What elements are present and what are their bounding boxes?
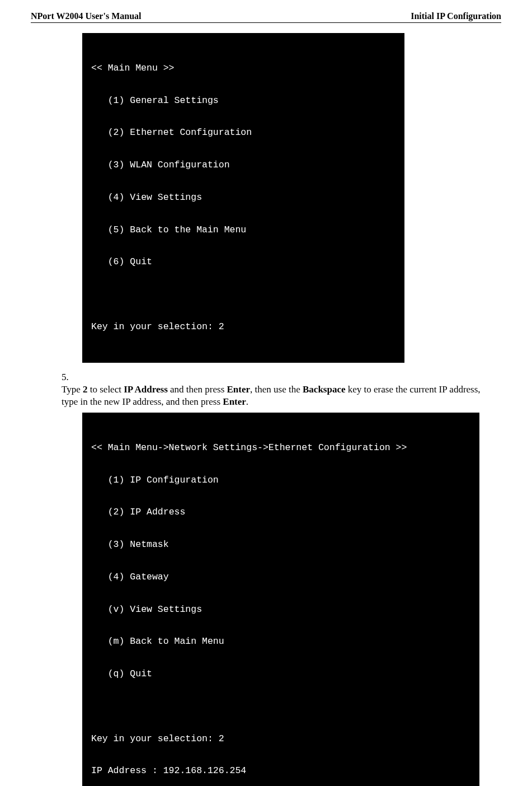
step-5: 5. Type 2 to select IP Address and then … (62, 371, 501, 408)
terminal-prompt: Key in your selection: 2 (91, 731, 479, 747)
terminal-line: << Main Menu >> (91, 60, 404, 77)
step-text: Type 2 to select IP Address and then pre… (62, 383, 492, 408)
page-header: NPort W2004 User's Manual Initial IP Con… (31, 11, 501, 23)
terminal-ethernet-config-1: << Main Menu->Network Settings->Ethernet… (82, 413, 479, 786)
step-number: 5. (62, 371, 84, 383)
terminal-line: (v) View Settings (91, 602, 479, 618)
terminal-line: (5) Back to the Main Menu (91, 222, 404, 238)
terminal-line: (4) View Settings (91, 190, 404, 206)
terminal-line: (2) IP Address (91, 504, 479, 521)
terminal-line: (1) IP Configuration (91, 472, 479, 489)
terminal-line: (6) Quit (91, 254, 404, 270)
terminal-line: (3) Netmask (91, 537, 479, 553)
terminal-line: (4) Gateway (91, 569, 479, 586)
terminal-line: (m) Back to Main Menu (91, 634, 479, 650)
terminal-line: (3) WLAN Configuration (91, 157, 404, 174)
header-right: Initial IP Configuration (411, 11, 501, 21)
terminal-line: << Main Menu->Network Settings->Ethernet… (91, 440, 479, 456)
terminal-main-menu: << Main Menu >> (1) General Settings (2)… (82, 33, 404, 363)
terminal-line: (q) Quit (91, 666, 479, 682)
header-left: NPort W2004 User's Manual (31, 11, 141, 21)
terminal-prompt: Key in your selection: 2 (91, 319, 404, 335)
terminal-line: (2) Ethernet Configuration (91, 125, 404, 141)
terminal-line: IP Address : 192.168.126.254 (91, 763, 479, 779)
terminal-line: (1) General Settings (91, 93, 404, 109)
